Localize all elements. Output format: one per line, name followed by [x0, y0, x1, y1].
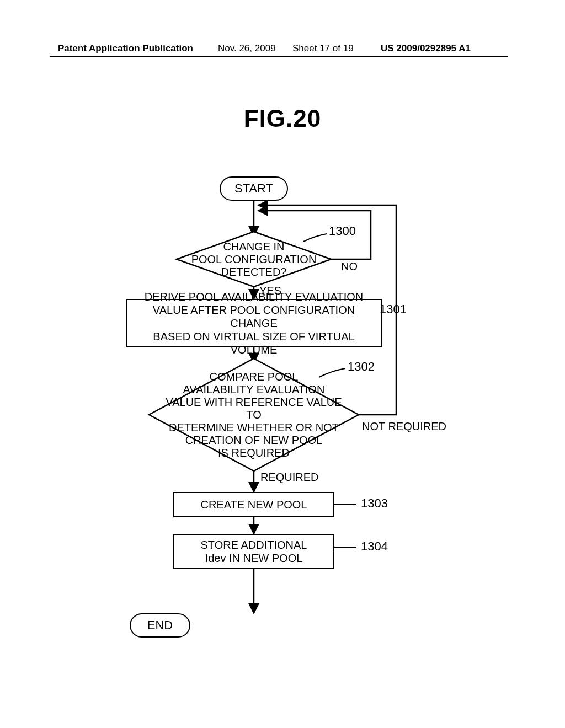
edge-1300-yes: YES	[259, 285, 281, 297]
flowchart: START CHANGE IN POOL CONFIGURATION DETEC…	[77, 176, 486, 640]
header-sheet: Sheet 17 of 19	[292, 43, 354, 54]
edge-1300-no: NO	[341, 260, 358, 273]
process-1303: CREATE NEW POOL	[173, 492, 334, 517]
header-rule	[50, 56, 508, 57]
process-1304-text: STORE ADDITIONAL Idev IN NEW POOL	[200, 538, 307, 565]
start-terminator: START	[220, 176, 288, 201]
ref-1301: 1301	[380, 302, 407, 317]
process-1301: DERIVE POOL AVAILABILITY EVALUATION VALU…	[126, 299, 382, 347]
process-1301-text: DERIVE POOL AVAILABILITY EVALUATION VALU…	[130, 290, 377, 356]
header-pubno: US 2009/0292895 A1	[381, 43, 471, 54]
edge-1302-req: REQUIRED	[260, 471, 319, 484]
end-terminator: END	[130, 613, 190, 638]
ref-1303: 1303	[361, 496, 388, 511]
start-label: START	[234, 181, 273, 196]
flow-connectors	[77, 176, 486, 640]
process-1303-text: CREATE NEW POOL	[201, 498, 307, 511]
end-label: END	[147, 618, 173, 633]
svg-marker-7	[149, 358, 359, 471]
ref-1302: 1302	[348, 360, 375, 374]
header-date: Nov. 26, 2009	[218, 43, 276, 54]
process-1304: STORE ADDITIONAL Idev IN NEW POOL	[173, 534, 334, 569]
edge-1302-notreq: NOT REQUIRED	[362, 420, 446, 433]
header-publication: Patent Application Publication	[58, 43, 193, 54]
figure-title: FIG.20	[0, 105, 565, 132]
ref-1304: 1304	[361, 539, 388, 554]
ref-1300: 1300	[329, 224, 356, 238]
